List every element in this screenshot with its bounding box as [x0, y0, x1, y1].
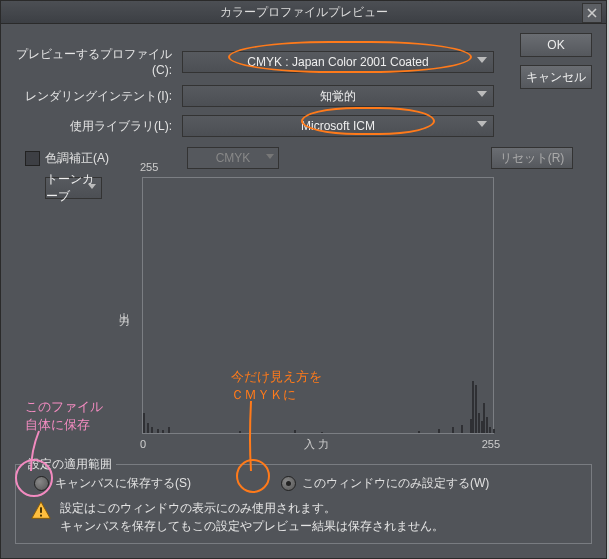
histogram-chart: 255 出力 0 入力 255 — [142, 177, 494, 434]
warning-line1: 設定はこのウィンドウの表示にのみ使用されます。 — [60, 500, 444, 517]
library-select[interactable]: Microsoft ICM — [182, 115, 494, 137]
profile-select[interactable]: CMYK : Japan Color 2001 Coated — [182, 51, 494, 73]
radio-canvas-label: キャンバスに保存する(S) — [55, 475, 191, 492]
tonecurve-select[interactable]: トーンカーブ — [45, 177, 102, 199]
scope-fieldset: 設定の適用範囲 キャンバスに保存する(S) このウィンドウにのみ設定する(W) … — [15, 464, 592, 544]
radio-window-label: このウィンドウにのみ設定する(W) — [302, 475, 489, 492]
color-correction-label: 色調補正(A) — [45, 150, 109, 167]
intent-label: レンダリングインテント(I): — [13, 88, 182, 105]
chevron-down-icon — [477, 57, 487, 63]
svg-rect-1 — [40, 515, 42, 517]
radio-icon — [281, 476, 296, 491]
titlebar: カラープロファイルプレビュー — [1, 1, 606, 24]
close-icon — [587, 8, 597, 18]
mode-value: CMYK — [216, 151, 251, 165]
scope-legend: 設定の適用範囲 — [24, 456, 116, 473]
warning-line2: キャンバスを保存してもこの設定やプレビュー結果は保存されません。 — [60, 518, 444, 535]
reset-button[interactable]: リセット(R) — [491, 147, 573, 169]
radio-icon — [34, 476, 49, 491]
svg-rect-0 — [40, 508, 42, 513]
y-axis-label: 出力 — [117, 303, 132, 309]
close-button[interactable] — [582, 3, 602, 23]
mode-select: CMYK — [187, 147, 279, 169]
library-label: 使用ライブラリ(L): — [13, 118, 182, 135]
radio-save-to-canvas[interactable]: キャンバスに保存する(S) — [34, 475, 191, 492]
warning-icon — [30, 500, 52, 525]
warning-text: 設定はこのウィンドウの表示にのみ使用されます。 キャンバスを保存してもこの設定や… — [60, 500, 444, 535]
tick-x-min: 0 — [140, 438, 146, 450]
histogram-bars — [143, 178, 493, 433]
chevron-down-icon — [477, 91, 487, 97]
chevron-down-icon — [477, 121, 487, 127]
chevron-down-icon — [266, 154, 274, 159]
chart-frame: 出力 — [142, 177, 494, 434]
intent-select[interactable]: 知覚的 — [182, 85, 494, 107]
chevron-down-icon — [88, 184, 96, 189]
x-axis-label: 入力 — [304, 437, 332, 452]
dialog-title: カラープロファイルプレビュー — [220, 4, 388, 21]
tick-x-max: 255 — [482, 438, 500, 450]
color-correction-checkbox[interactable] — [25, 151, 40, 166]
radio-window-only[interactable]: このウィンドウにのみ設定する(W) — [281, 475, 489, 492]
library-value: Microsoft ICM — [301, 119, 375, 133]
profile-label: プレビューするプロファイル(C): — [13, 46, 182, 77]
intent-value: 知覚的 — [320, 88, 356, 105]
color-profile-preview-dialog: カラープロファイルプレビュー OK キャンセル プレビューするプロファイル(C)… — [0, 0, 607, 559]
tick-y-max: 255 — [140, 161, 158, 173]
profile-value: CMYK : Japan Color 2001 Coated — [247, 55, 428, 69]
